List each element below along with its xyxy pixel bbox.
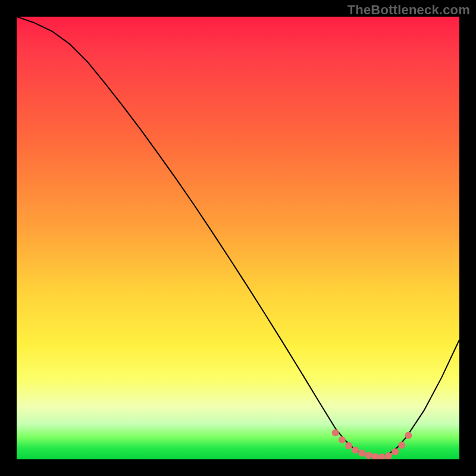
highlight-dot: [392, 448, 399, 455]
chart-frame: TheBottleneck.com: [0, 0, 476, 476]
highlight-dot: [345, 442, 352, 449]
highlight-dot-group: [332, 429, 412, 459]
highlight-dot: [378, 453, 386, 459]
highlight-dot: [358, 450, 365, 457]
highlight-dot: [352, 446, 359, 453]
highlight-dot: [339, 436, 346, 443]
highlight-dot: [332, 429, 339, 436]
highlight-dot: [385, 452, 392, 459]
highlight-dot: [365, 452, 372, 459]
highlight-dot: [372, 453, 379, 459]
curve-layer: [17, 17, 459, 459]
bottleneck-curve-path: [17, 17, 459, 457]
bottleneck-curve: [17, 17, 459, 457]
watermark-text: TheBottleneck.com: [347, 2, 470, 18]
highlight-dot: [405, 432, 412, 439]
highlight-dot: [398, 441, 405, 449]
plot-area: [17, 17, 459, 459]
